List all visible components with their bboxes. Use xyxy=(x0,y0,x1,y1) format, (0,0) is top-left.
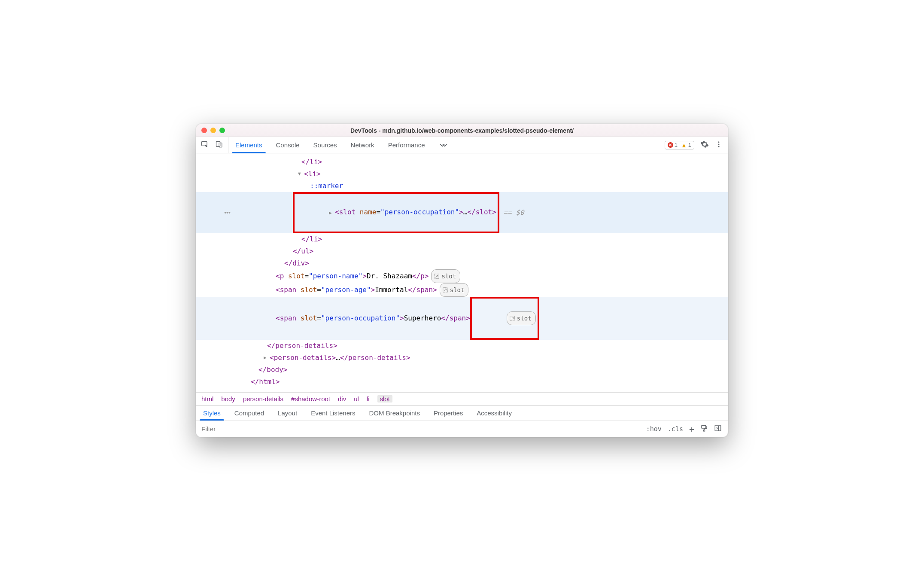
computed-panel-toggle-icon[interactable] xyxy=(714,424,722,434)
highlight-box-1: ▶<slot name="person-occupation">…</slot> xyxy=(293,192,499,233)
dom-node[interactable]: <span slot="person-age">Immortal</span> … xyxy=(196,283,728,297)
more-tabs-button[interactable] xyxy=(432,141,455,149)
styles-filter-bar: :hov .cls + xyxy=(196,421,728,437)
tab-console[interactable]: Console xyxy=(269,137,307,153)
gutter-actions[interactable]: ••• xyxy=(209,207,246,219)
warning-count: 1 xyxy=(688,142,691,148)
settings-icon[interactable] xyxy=(700,140,709,150)
svg-point-4 xyxy=(718,144,720,145)
subtab-event-listeners[interactable]: Event Listeners xyxy=(304,406,362,421)
tab-elements[interactable]: Elements xyxy=(228,137,269,153)
tab-performance[interactable]: Performance xyxy=(381,137,432,153)
dom-node[interactable]: </ul> xyxy=(293,245,313,257)
subtab-computed[interactable]: Computed xyxy=(228,406,271,421)
subtab-dom-breakpoints[interactable]: DOM Breakpoints xyxy=(362,406,427,421)
device-toggle-icon[interactable] xyxy=(215,140,224,150)
crumb-ul[interactable]: ul xyxy=(354,395,359,402)
dom-node[interactable]: <p slot="person-name">Dr. Shazaam</p> sl… xyxy=(196,269,728,283)
dom-node[interactable]: <span slot="person-occupation">Superhero… xyxy=(196,297,728,340)
crumb-shadow-root[interactable]: #shadow-root xyxy=(291,395,330,402)
selected-dom-node[interactable]: ••• ▶<slot name="person-occupation">…</s… xyxy=(196,192,728,233)
dom-node[interactable]: </person-details> xyxy=(267,340,337,352)
dom-node[interactable]: </body> xyxy=(258,364,287,376)
hover-toggle[interactable]: :hov xyxy=(646,425,662,433)
crumb-li[interactable]: li xyxy=(367,395,370,402)
styles-pane-tabs: Styles Computed Layout Event Listeners D… xyxy=(196,405,728,421)
dom-node[interactable]: </html> xyxy=(251,376,280,388)
window-titlebar: DevTools - mdn.github.io/web-components-… xyxy=(196,124,728,137)
crumb-person-details[interactable]: person-details xyxy=(243,395,283,402)
highlight-box-2: slot xyxy=(470,297,539,340)
expand-toggle[interactable]: ▼ xyxy=(298,168,303,180)
svg-rect-0 xyxy=(202,141,207,146)
main-toolbar: Elements Console Sources Network Perform… xyxy=(196,137,728,153)
svg-rect-11 xyxy=(715,426,721,431)
svg-point-5 xyxy=(718,146,720,147)
crumb-div[interactable]: div xyxy=(338,395,346,402)
dom-node[interactable]: </div> xyxy=(284,257,309,269)
warning-icon: ▲ xyxy=(681,142,687,149)
subtab-properties[interactable]: Properties xyxy=(427,406,470,421)
dom-node[interactable]: </li> xyxy=(301,233,322,245)
elements-tree[interactable]: </li> ▼<li> ::marker ••• ▶<slot name="pe… xyxy=(196,153,728,392)
console-ref: == $0 xyxy=(499,207,524,219)
reveal-slot-badge[interactable]: slot xyxy=(431,269,460,283)
devtools-window: DevTools - mdn.github.io/web-components-… xyxy=(196,124,728,437)
dom-node[interactable]: </li> xyxy=(301,156,322,168)
inspect-icon[interactable] xyxy=(201,140,209,150)
new-style-rule-button[interactable]: + xyxy=(689,424,694,434)
expand-toggle[interactable]: ▶ xyxy=(329,207,334,219)
svg-rect-1 xyxy=(216,141,220,146)
crumb-slot[interactable]: slot xyxy=(377,395,392,402)
reveal-slot-badge[interactable]: slot xyxy=(507,311,536,325)
subtab-accessibility[interactable]: Accessibility xyxy=(470,406,519,421)
breadcrumb: html body person-details #shadow-root di… xyxy=(196,392,728,405)
cls-toggle[interactable]: .cls xyxy=(668,425,683,433)
paint-icon[interactable] xyxy=(700,424,708,434)
kebab-menu-icon[interactable] xyxy=(715,140,723,149)
dom-node[interactable]: <li> xyxy=(304,168,321,180)
crumb-body[interactable]: body xyxy=(221,395,235,402)
reveal-slot-badge[interactable]: slot xyxy=(440,283,469,297)
filter-input[interactable] xyxy=(196,421,640,437)
subtab-styles[interactable]: Styles xyxy=(196,406,228,421)
dom-node[interactable]: ▶<person-details>…</person-details> xyxy=(196,352,728,364)
window-title: DevTools - mdn.github.io/web-components-… xyxy=(196,127,728,134)
expand-toggle[interactable]: ▶ xyxy=(264,352,269,364)
svg-rect-10 xyxy=(704,430,705,431)
subtab-layout[interactable]: Layout xyxy=(271,406,304,421)
svg-point-3 xyxy=(718,141,720,143)
tab-network[interactable]: Network xyxy=(344,137,381,153)
svg-rect-9 xyxy=(702,425,706,428)
crumb-html[interactable]: html xyxy=(201,395,213,402)
error-count: 1 xyxy=(675,142,678,148)
issues-counter[interactable]: ✕1 ▲1 xyxy=(665,141,694,149)
error-icon: ✕ xyxy=(668,142,673,148)
tab-sources[interactable]: Sources xyxy=(307,137,344,153)
pseudo-element[interactable]: ::marker xyxy=(310,180,343,192)
